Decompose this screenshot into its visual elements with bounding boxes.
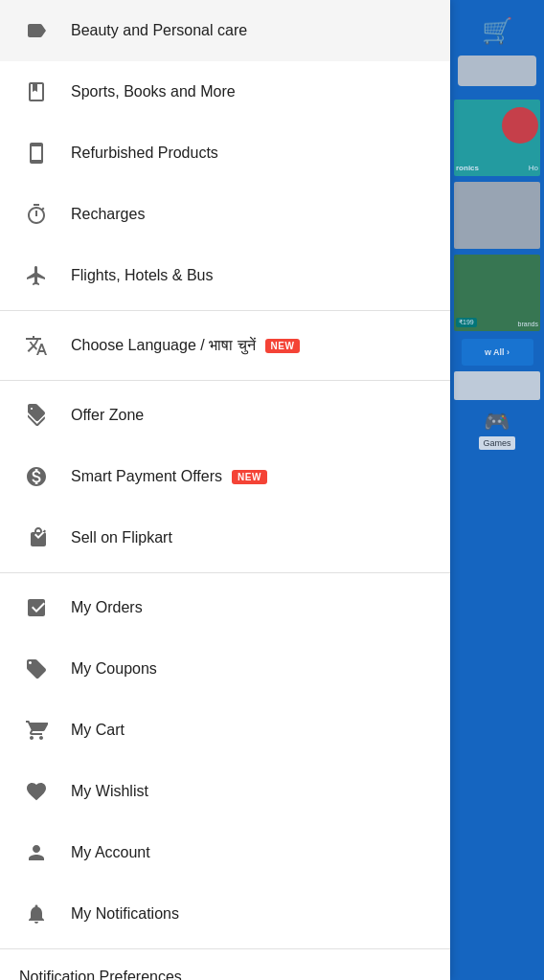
menu-item-notifprefs[interactable]: Notification Preferences <box>0 953 450 980</box>
menu-item-mynotifications[interactable]: My Notifications <box>0 883 450 945</box>
menu-label-sports: Sports, Books and More <box>71 83 236 100</box>
menu-label-language: Choose Language / भाषा चुनें <box>71 337 256 354</box>
menu-label-offerzone: Offer Zone <box>71 407 144 424</box>
menu-item-mycoupons[interactable]: My Coupons <box>0 638 450 700</box>
menu-label-recharges: Recharges <box>71 206 145 223</box>
divider-3 <box>0 572 450 573</box>
menu-item-flights[interactable]: Flights, Hotels & Bus <box>0 245 450 306</box>
rp-banner-green: ₹199 brands <box>454 255 540 331</box>
badge-new-smartpayment: NEW <box>232 470 267 484</box>
percent-icon <box>19 398 54 433</box>
bell-icon <box>19 897 54 931</box>
menu-label-mycart: My Cart <box>71 722 125 739</box>
tag-icon <box>19 13 54 48</box>
menu-item-mycart[interactable]: My Cart <box>0 700 450 761</box>
menu-item-recharges[interactable]: Recharges <box>0 184 450 245</box>
briefcase-icon <box>19 521 54 555</box>
menu-item-sellflipkart[interactable]: Sell on Flipkart <box>0 507 450 568</box>
menu-label-sellflipkart: Sell on Flipkart <box>71 529 172 546</box>
menu-item-sports[interactable]: Sports, Books and More <box>0 61 450 122</box>
coupons-icon <box>19 652 54 686</box>
rp-games-section: 🎮 Games <box>479 410 514 450</box>
cart-icon <box>19 713 54 747</box>
language-icon <box>19 328 54 363</box>
menu-label-flights: Flights, Hotels & Bus <box>71 267 214 284</box>
menu-label-smartpayment: Smart Payment Offers <box>71 468 222 485</box>
menu-item-offerzone[interactable]: Offer Zone <box>0 385 450 446</box>
menu-item-language[interactable]: Choose Language / भाषा चुनें NEW <box>0 315 450 376</box>
badge-new-language: NEW <box>265 339 301 353</box>
menu-item-smartpayment[interactable]: Smart Payment Offers NEW <box>0 446 450 507</box>
menu-label-myorders: My Orders <box>71 599 143 616</box>
background-panel: 🛒 ronics Ho ₹199 brands w All › <box>450 0 544 980</box>
menu-item-myorders[interactable]: My Orders <box>0 577 450 638</box>
rp-banner-teal: ronics Ho <box>454 100 540 176</box>
menu-label-mywishlist: My Wishlist <box>71 783 148 800</box>
menu-item-beauty[interactable]: Beauty and Personal care <box>0 0 450 61</box>
menu-item-refurbished[interactable]: Refurbished Products <box>0 122 450 184</box>
heart-icon <box>19 774 54 809</box>
mobile-icon <box>19 136 54 170</box>
menu-label-mycoupons: My Coupons <box>71 660 157 678</box>
flight-icon <box>19 258 54 293</box>
background-content: 🛒 ronics Ho ₹199 brands w All › <box>450 0 544 980</box>
rp-view-all-btn: w All › <box>462 339 533 366</box>
divider-1 <box>0 310 450 311</box>
rp-gray-box-2 <box>454 371 540 400</box>
orders-icon <box>19 590 54 625</box>
menu-label-refurbished: Refurbished Products <box>71 145 218 162</box>
rp-product-box <box>454 182 540 249</box>
label-notifprefs: Notification Preferences <box>19 969 182 980</box>
divider-4 <box>0 948 450 949</box>
menu-label-mynotifications: My Notifications <box>71 905 179 923</box>
rp-cart-icon: 🛒 <box>482 16 512 46</box>
menu-item-myaccount[interactable]: My Account <box>0 822 450 883</box>
book-icon <box>19 75 54 109</box>
rp-searchbox <box>458 56 536 86</box>
menu-label-beauty: Beauty and Personal care <box>71 22 247 39</box>
menu-item-mywishlist[interactable]: My Wishlist <box>0 761 450 822</box>
payment-icon <box>19 459 54 494</box>
account-icon <box>19 835 54 870</box>
side-drawer: Beauty and Personal care Sports, Books a… <box>0 0 450 980</box>
menu-label-myaccount: My Account <box>71 844 150 861</box>
recharge-icon <box>19 197 54 232</box>
divider-2 <box>0 380 450 381</box>
